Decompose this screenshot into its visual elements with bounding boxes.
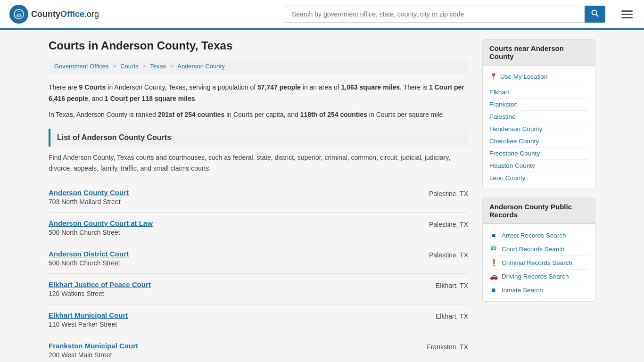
breadcrumb-sep-2: > — [142, 63, 146, 70]
court-left-1: Anderson County Court 703 North Mallard … — [49, 189, 129, 206]
court-city-6: Frankston, TX — [427, 342, 468, 351]
court-item-2: Anderson County Court at Law 500 North C… — [49, 213, 468, 243]
court-address-6: 200 West Main Street — [49, 351, 138, 359]
public-records-header: Anderson County Public Records — [483, 198, 595, 224]
court-records-label: Court Records Search — [502, 246, 565, 253]
court-address-4: 120 Watkins Street — [49, 290, 151, 297]
menu-bar-2 — [621, 14, 633, 15]
breadcrumb-sep-3: > — [170, 63, 174, 70]
nearby-link-cherokee[interactable]: Cherokee County — [489, 135, 588, 148]
svg-point-3 — [592, 10, 597, 15]
arrest-records-link[interactable]: ■ Arrest Records Search — [489, 229, 588, 242]
court-name-5[interactable]: Elkhart Municipal Court — [49, 311, 128, 319]
inmate-icon: ■ — [489, 286, 498, 294]
public-records-box: Anderson County Public Records ■ Arrest … — [482, 197, 595, 302]
main-content: Courts in Anderson County, Texas Governm… — [49, 39, 468, 362]
court-item-1: Anderson County Court 703 North Mallard … — [49, 182, 468, 213]
courts-nearby-content: 📍 Use My Location Elkhart Frankston Pale… — [483, 66, 595, 189]
court-records-icon: 🏛 — [489, 245, 498, 253]
breadcrumb-link-anderson[interactable]: Anderson County — [177, 63, 224, 70]
court-left-3: Anderson District Court 500 North Church… — [49, 250, 129, 267]
svg-line-4 — [596, 15, 599, 17]
court-address-2: 500 North Church Street — [49, 229, 153, 236]
search-area — [285, 6, 605, 23]
menu-bar-1 — [621, 10, 633, 12]
public-records-content: ■ Arrest Records Search 🏛 Court Records … — [483, 224, 595, 301]
court-city-5: Elkhart, TX — [436, 311, 468, 320]
nearby-link-houston[interactable]: Houston County — [489, 160, 588, 172]
driving-records-label: Driving Records Search — [502, 273, 569, 280]
nearby-link-henderson[interactable]: Henderson County — [489, 123, 588, 135]
logo-link[interactable]: CountyOffice.org — [9, 5, 99, 24]
court-left-6: Frankston Municipal Court 200 West Main … — [49, 342, 138, 359]
courts-nearby-header: Courts near Anderson County — [483, 40, 595, 66]
menu-button[interactable] — [619, 8, 635, 20]
nearby-link-palestine[interactable]: Palestine — [489, 111, 588, 123]
criminal-icon: ❗ — [489, 259, 498, 266]
court-name-4[interactable]: Elkhart Justice of Peace Court — [49, 280, 151, 288]
nearby-link-leon[interactable]: Leon County — [489, 172, 588, 184]
arrest-icon: ■ — [489, 231, 498, 239]
criminal-records-link[interactable]: ❗ Criminal Records Search — [489, 256, 588, 270]
page-title: Courts in Anderson County, Texas — [49, 39, 468, 52]
court-address-5: 110 West Parker Street — [49, 321, 128, 328]
breadcrumb-link-courts[interactable]: Courts — [120, 63, 138, 70]
use-location-button[interactable]: 📍 Use My Location — [489, 70, 588, 84]
court-address-3: 500 North Church Street — [49, 259, 129, 267]
list-section-header: List of Anderson County Courts — [49, 129, 468, 147]
court-item-4: Elkhart Justice of Peace Court 120 Watki… — [49, 274, 468, 304]
pin-icon: 📍 — [489, 73, 497, 80]
court-item-5: Elkhart Municipal Court 110 West Parker … — [49, 304, 468, 335]
courts-nearby-box: Courts near Anderson County 📍 Use My Loc… — [482, 39, 595, 189]
court-item-3: Anderson District Court 500 North Church… — [49, 243, 468, 274]
court-left-4: Elkhart Justice of Peace Court 120 Watki… — [49, 280, 151, 297]
court-city-3: Palestine, TX — [429, 250, 468, 259]
court-item-6: Frankston Municipal Court 200 West Main … — [49, 335, 468, 362]
breadcrumb-link-texas[interactable]: Texas — [150, 63, 166, 70]
court-name-1[interactable]: Anderson County Court — [49, 189, 129, 197]
inmate-search-label: Inmate Search — [502, 287, 543, 294]
search-button[interactable] — [585, 6, 605, 23]
logo-icon — [9, 5, 28, 24]
menu-bar-3 — [621, 17, 633, 18]
court-city-1: Palestine, TX — [429, 189, 468, 197]
stats-paragraph-1: There are 9 Courts in Anderson County, T… — [49, 82, 468, 105]
search-input[interactable] — [285, 6, 585, 23]
court-list: Anderson County Court 703 North Mallard … — [49, 182, 468, 362]
breadcrumb-link-gov-offices[interactable]: Government Offices — [54, 63, 108, 70]
arrest-records-label: Arrest Records Search — [502, 232, 566, 239]
court-city-4: Elkhart, TX — [436, 280, 468, 289]
sidebar: Courts near Anderson County 📍 Use My Loc… — [482, 39, 595, 362]
court-left-5: Elkhart Municipal Court 110 West Parker … — [49, 311, 128, 328]
nearby-link-frankston[interactable]: Frankston — [489, 99, 588, 111]
court-name-2[interactable]: Anderson County Court at Law — [49, 219, 153, 227]
nearby-link-freestone[interactable]: Freestone County — [489, 148, 588, 160]
driving-icon: 🚗 — [489, 272, 498, 280]
court-records-link[interactable]: 🏛 Court Records Search — [489, 242, 588, 256]
description-paragraph: Find Anderson County, Texas courts and c… — [49, 152, 468, 173]
breadcrumb-sep-1: > — [113, 63, 116, 70]
court-left-2: Anderson County Court at Law 500 North C… — [49, 219, 153, 236]
stats-paragraph-2: In Texas, Anderson County is ranked 201s… — [49, 109, 468, 121]
court-city-2: Palestine, TX — [429, 219, 468, 228]
inmate-search-link[interactable]: ■ Inmate Search — [489, 283, 588, 296]
use-location-label: Use My Location — [500, 73, 548, 80]
driving-records-link[interactable]: 🚗 Driving Records Search — [489, 270, 588, 283]
criminal-records-label: Criminal Records Search — [502, 259, 572, 266]
court-name-3[interactable]: Anderson District Court — [49, 250, 129, 258]
nearby-link-elkhart[interactable]: Elkhart — [489, 86, 588, 99]
court-address-1: 703 North Mallard Street — [49, 198, 129, 206]
logo-text: CountyOffice.org — [31, 9, 99, 19]
court-name-6[interactable]: Frankston Municipal Court — [49, 342, 138, 350]
breadcrumb: Government Offices > Courts > Texas > An… — [49, 59, 468, 74]
